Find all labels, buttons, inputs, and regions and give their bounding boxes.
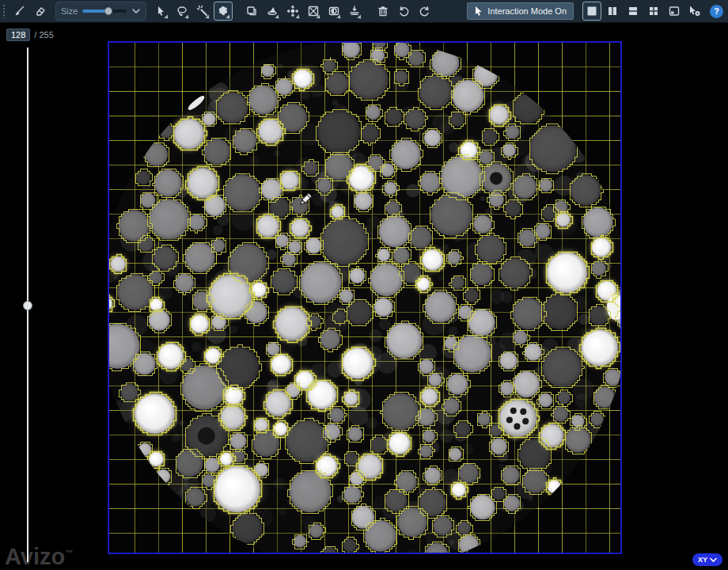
layout-quad-icon bbox=[647, 5, 660, 17]
interaction-mode-button[interactable]: Interaction Mode On bbox=[467, 2, 574, 20]
fill-down-button[interactable] bbox=[345, 2, 364, 21]
segmentation-toolbar: Size bbox=[0, 0, 728, 23]
dropdown-caret bbox=[185, 14, 191, 20]
undo-icon bbox=[397, 5, 411, 17]
pointer-tool-button[interactable] bbox=[152, 2, 171, 21]
layout-two-vertical-button[interactable] bbox=[603, 2, 622, 21]
cursor-pointer-icon bbox=[474, 6, 483, 17]
layout-two-vertical-icon bbox=[606, 5, 619, 17]
threshold-max-label: / 255 bbox=[34, 30, 53, 40]
lasso-tool-button[interactable] bbox=[173, 2, 191, 21]
grow-selection-button[interactable] bbox=[283, 2, 302, 21]
brush-size-slider[interactable] bbox=[82, 7, 127, 15]
dropdown-caret bbox=[337, 14, 343, 20]
layout-single-icon bbox=[586, 5, 598, 17]
probe-info-button[interactable] bbox=[685, 2, 704, 21]
layout-custom-icon bbox=[668, 5, 681, 17]
cone-pick-button[interactable] bbox=[263, 2, 282, 21]
axis-label: XY bbox=[698, 556, 707, 564]
layout-single-button-active[interactable] bbox=[582, 2, 601, 21]
eraser-tool-button[interactable] bbox=[31, 2, 50, 21]
size-label: Size bbox=[61, 6, 78, 16]
slice-canvas[interactable] bbox=[109, 43, 620, 553]
threshold-readout: 128 / 255 bbox=[6, 28, 54, 41]
threshold-value-box[interactable]: 128 bbox=[6, 28, 30, 41]
layout-quad-button[interactable] bbox=[644, 2, 663, 21]
layout-two-horizontal-button[interactable] bbox=[624, 2, 643, 21]
redo-button[interactable] bbox=[415, 2, 434, 21]
threshold-slider-knob[interactable] bbox=[23, 301, 32, 310]
brush-size-group: Size bbox=[55, 2, 146, 21]
avizo-watermark: Avizo™ bbox=[5, 544, 73, 570]
dropdown-caret bbox=[226, 14, 232, 20]
chevron-down-icon bbox=[710, 557, 717, 563]
axis-orientation-badge[interactable]: XY bbox=[692, 553, 722, 566]
watermark-brand: Avizo bbox=[5, 544, 65, 569]
brush-tool-button[interactable] bbox=[10, 2, 29, 21]
layout-custom-button[interactable] bbox=[665, 2, 684, 21]
redo-icon bbox=[418, 5, 431, 17]
dropdown-caret bbox=[206, 14, 211, 20]
dropdown-caret bbox=[275, 14, 281, 20]
dropdown-caret bbox=[165, 14, 170, 20]
magic-wand-tool-button[interactable] bbox=[193, 2, 212, 21]
blow-tool-button-active[interactable] bbox=[214, 2, 233, 21]
shrink-selection-button[interactable] bbox=[304, 2, 323, 21]
interpolate-button[interactable] bbox=[324, 2, 343, 21]
help-label: ? bbox=[714, 6, 719, 16]
eraser-icon bbox=[34, 5, 47, 17]
toolbar-grip-handle[interactable] bbox=[2, 4, 6, 18]
interaction-mode-label: Interaction Mode On bbox=[487, 6, 567, 16]
probe-info-icon bbox=[688, 5, 702, 17]
trash-icon bbox=[377, 5, 389, 17]
duplicate-button[interactable] bbox=[242, 2, 261, 21]
dropdown-caret bbox=[317, 14, 322, 20]
undo-button[interactable] bbox=[394, 2, 413, 21]
help-button[interactable]: ? bbox=[710, 5, 723, 18]
brush-icon bbox=[13, 5, 26, 17]
dropdown-caret bbox=[296, 14, 301, 20]
delete-button[interactable] bbox=[373, 2, 392, 21]
duplicate-icon bbox=[245, 5, 258, 17]
dropdown-caret bbox=[358, 14, 363, 20]
slice-viewport[interactable] bbox=[108, 41, 622, 554]
layout-two-horizontal-icon bbox=[627, 5, 639, 17]
slider-knob[interactable] bbox=[104, 7, 112, 15]
watermark-tm: ™ bbox=[65, 549, 73, 557]
chevron-down-icon[interactable] bbox=[131, 8, 141, 14]
avizo-segmentation-window: Size bbox=[0, 0, 728, 570]
